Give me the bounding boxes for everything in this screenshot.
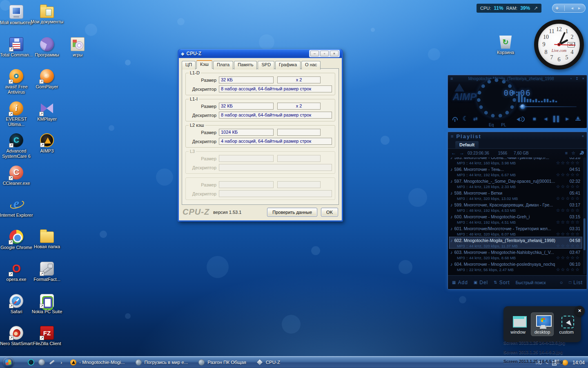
desktop-icon[interactable]: ↗ Internet Explorer — [2, 197, 31, 218]
minimize-button[interactable]: – — [310, 51, 319, 56]
desktop-icon[interactable]: ↗ EVEREST Ultima... — [2, 101, 31, 127]
screenshot-filename[interactable]: Screen 2013.1.25 14-4-5.1.jpg — [503, 359, 565, 364]
playlist-header[interactable]: ≡ Playlist × — [448, 132, 587, 140]
maximize-button[interactable]: ▫ — [320, 51, 329, 56]
track-rating-stars[interactable]: ☆☆☆☆☆ — [556, 184, 580, 189]
cache-count-field[interactable]: x 2 — [277, 76, 321, 83]
playlist-track[interactable]: ♪ 603. Многоточие - Mnogotochie-Nahlobyc… — [449, 249, 582, 260]
desktop-icon[interactable]: ↗ opera.exe — [2, 262, 31, 282]
track-rating-stars[interactable]: ☆☆☆☆☆ — [556, 196, 580, 201]
playlist-menu-icon[interactable]: ≡ — [451, 134, 453, 139]
playlist-sort-button[interactable]: ⇅ Sort — [494, 280, 510, 285]
taskbar-task-button[interactable]: Разгон ПК Общая — [198, 359, 246, 366]
gadget-nav-buttons[interactable]: ◄ ► — [570, 6, 582, 10]
aimp-maximize-button[interactable]: ▫ — [570, 76, 572, 81]
aimp-titlebar[interactable]: ≡ Mnogotochie-Mogila_(Territoriya_zhelan… — [448, 75, 587, 82]
aimp-pin-button[interactable]: ↥ — [575, 76, 579, 81]
cache-size-field[interactable] — [219, 155, 274, 162]
aimp-close-button[interactable]: × — [582, 76, 584, 81]
cache-descriptor-field[interactable] — [219, 164, 332, 171]
browser-quicklaunch-icon[interactable] — [38, 359, 45, 366]
seek-knob[interactable] — [520, 104, 525, 109]
cpuz-tab[interactable]: О нас — [301, 61, 321, 70]
playlist-track[interactable]: ♪ 598. Многоточие - Ветки 05:41 MP3 :: 4… — [449, 189, 582, 201]
track-rating-stars[interactable]: ☆☆☆☆☆ — [556, 172, 580, 177]
desktop-icon[interactable]: ↗ Nokia PC Suite — [32, 294, 62, 314]
capture-option[interactable]: custom — [555, 312, 578, 336]
rating-icon[interactable]: ☆ — [571, 150, 575, 156]
desktop-icon[interactable]: ↗ Мой компьютер — [2, 5, 31, 25]
track-rating-stars[interactable]: ☆☆☆☆☆ — [556, 267, 580, 272]
cpuz-tab[interactable]: SPD — [258, 61, 274, 70]
playlist-settings-icon[interactable] — [579, 151, 584, 155]
desktop-icon[interactable]: ↗ GomPlayer — [32, 69, 62, 90]
cache-count-field[interactable]: x 2 — [277, 103, 321, 110]
desktop-icon[interactable]: ↗ FormatFact... — [32, 262, 62, 282]
eq-button[interactable]: Eq — [489, 123, 494, 127]
ok-button[interactable]: OK — [321, 208, 338, 217]
playlist-close-button[interactable]: × — [582, 134, 584, 138]
desktop-icon[interactable]: ↗ Advanced SystemCare 6 — [2, 133, 31, 159]
playlist-track[interactable]: ♪ 596. Многоточие - Тень... 04:51 MP3 ::… — [449, 166, 582, 177]
cache-descriptor-field[interactable]: 8 набор ассоций, 64-байтный размер строк — [219, 85, 332, 92]
playlist-track[interactable]: ♪ 601. Многоточие/Многоточие - Территори… — [449, 225, 582, 237]
cache-descriptor-field[interactable]: 4 набор ассоций, 64-байтный размер строк — [219, 138, 332, 145]
cache-size-field[interactable]: 32 КБ — [219, 103, 274, 110]
cpuz-tab[interactable]: Кэш — [196, 60, 212, 69]
screenshot-panel-close-button[interactable]: × — [575, 306, 585, 316]
track-rating-stars[interactable]: ☆☆☆☆☆ — [556, 255, 580, 260]
pause-button[interactable]: ▌▌ — [553, 116, 561, 122]
next-track-button[interactable]: ► — [565, 116, 570, 122]
volume-icon[interactable] — [517, 116, 527, 123]
playlist-track[interactable]: ♪ 599. Многоточие, Краснодеревщик, Диман… — [449, 201, 582, 213]
cache-descriptor-field[interactable] — [219, 190, 332, 197]
track-rating-stars[interactable]: ☆☆☆☆☆ — [556, 231, 580, 237]
screenshot-filename[interactable]: Screen 2013.1.25 14-4-9.2.jpg — [503, 350, 565, 355]
playlist-track[interactable]: ♪ 602. Mnogotochie-Mogila_(Territoriya_z… — [449, 237, 582, 249]
sleep-timer-icon[interactable]: ☾ — [463, 115, 468, 122]
cache-count-field[interactable] — [277, 129, 321, 136]
quicklaunch-expand-icon[interactable]: › — [60, 359, 62, 366]
close-button[interactable]: × — [330, 51, 339, 56]
cpuz-tab[interactable]: Графика — [275, 61, 301, 70]
start-button[interactable] — [3, 357, 14, 368]
desktop-icon[interactable]: ↗ Total Comman... — [2, 37, 31, 58]
clock-widget[interactable]: 121234567891011 Live.com 25 — [534, 20, 584, 70]
cache-count-field[interactable] — [277, 181, 321, 188]
desktop-icon[interactable]: ↗ avast! Free Antivirus — [2, 69, 31, 95]
cpuz-titlebar[interactable]: ◆ CPU-Z – ▫ × — [179, 49, 342, 58]
desktop-icon[interactable]: ↗ Программы — [32, 37, 62, 58]
taskbar-task-button[interactable]: CPU-Z — [257, 359, 280, 366]
tray-clock[interactable]: 14:04 — [572, 360, 585, 366]
tools-quicklaunch-icon[interactable] — [49, 359, 56, 366]
cache-size-field[interactable]: 1024 КБ — [219, 129, 274, 136]
cache-count-field[interactable] — [277, 155, 321, 162]
cpuz-tab[interactable]: Плата — [213, 61, 233, 70]
cpuz-tab[interactable]: Память — [234, 61, 257, 70]
desktop-icon[interactable]: ↗ игры — [63, 37, 92, 58]
shuffle-icon[interactable]: ⇄ — [473, 116, 478, 122]
playlist-list-button[interactable]: □ List — [569, 280, 583, 285]
jump-forward-icon[interactable]: → — [459, 150, 464, 156]
playlist-track[interactable]: ♪ 600. Многоточие - Mnogotochie-Greh_i 0… — [449, 213, 582, 225]
cache-size-field[interactable]: 32 КБ — [219, 76, 274, 83]
desktop-icon-recycle-bin[interactable]: ↻ Корзина — [491, 35, 520, 55]
desktop-icon[interactable]: ↗ Мои документы — [32, 5, 62, 25]
playlist-scrollbar-thumb[interactable] — [584, 218, 586, 250]
cpuz-tab[interactable]: ЦП — [182, 61, 196, 70]
quick-search-button[interactable]: Быстрый поиск — [516, 280, 546, 285]
playlist-track[interactable]: ♪ 597. Mnogotochie_-_Some_Day-spaces_ru[… — [449, 177, 582, 189]
seek-slider[interactable] — [519, 106, 577, 107]
verify-data-button[interactable]: Проверить данные — [267, 208, 317, 217]
playlist-delete-button[interactable]: ▣ Del — [474, 280, 488, 285]
capture-option[interactable]: desktop — [531, 312, 554, 336]
previous-track-button[interactable]: ◄ — [543, 116, 548, 122]
expand-monitor-icon[interactable]: ↗ — [534, 5, 538, 11]
track-rating-stars[interactable]: ☆☆☆☆☆ — [556, 160, 580, 166]
desktop-icon[interactable]: ↗ FileZilla Client — [32, 326, 62, 346]
screenshot-filename[interactable]: Screen 2013.1.25 14-4-12.6.jpg — [503, 340, 565, 345]
playlist-tab-default[interactable]: Default — [455, 141, 479, 148]
playlist-add-button[interactable]: ▦ Add — [452, 280, 468, 285]
desktop-icon[interactable]: ↗ Новая папка — [32, 230, 62, 249]
track-rating-stars[interactable]: ☆☆☆☆☆ — [556, 243, 580, 249]
